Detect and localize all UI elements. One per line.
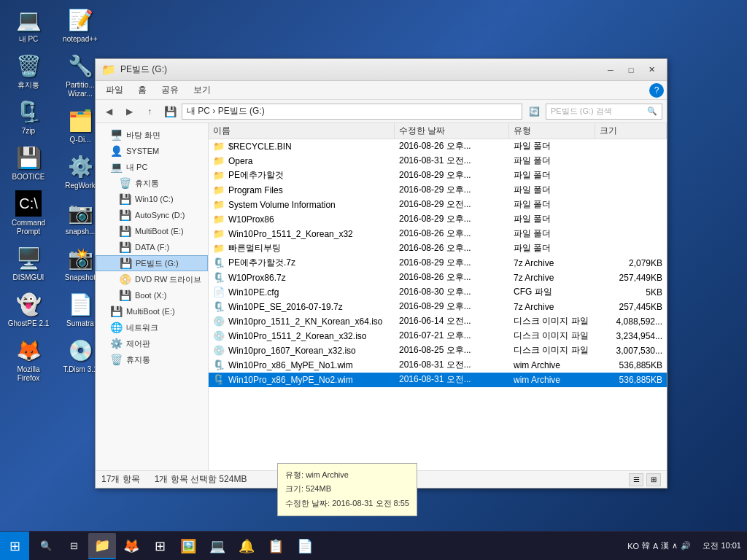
view-details-button[interactable]: ☰: [629, 473, 643, 486]
file-size-cell: 536,885KB: [595, 358, 667, 372]
ime-a: A: [653, 542, 658, 551]
file-row[interactable]: 📄 Win10PE.cfg 2016-08-30 오후... CFG 파일 5K…: [209, 285, 667, 300]
sidebar-recycle2-label: 휴지통: [126, 354, 150, 365]
taskbar-clock[interactable]: 오전 10:01: [697, 540, 747, 551]
file-row[interactable]: 🗜️ PE에추가할것.7z 2016-08-29 오후... 7z Archiv…: [209, 256, 667, 271]
forward-button[interactable]: ▶: [120, 103, 138, 120]
file-name-cell: 📁 $RECYCLE.BIN: [209, 139, 395, 153]
sidebar-desktop-label: 바탕 화면: [126, 130, 160, 141]
sidebar-item-g[interactable]: 💾 PE빌드 (G:): [96, 255, 208, 271]
file-name-cell: 📁 PE에추가할것: [209, 168, 395, 182]
file-name: 빠른멀티부팅: [228, 242, 281, 254]
sidebar-item-system[interactable]: 👤 SYSTEM: [96, 143, 208, 159]
file-row[interactable]: 💿 Win10pro_1607_Korean_x32.iso 2016-08-2…: [209, 343, 667, 358]
recycle-icon: 🗑️: [15, 52, 42, 79]
sidebar-item-desktop[interactable]: 🖥️ 바탕 화면: [96, 127, 208, 143]
file-size-cell: [595, 227, 667, 241]
taskbar: ⊞ 🔍 ⊟ 📁 🦊 ⊞ 🖼️ 💻 🔔 📋 📄 KO 韓 A 漢 ∧ 🔊 오전 1…: [0, 531, 747, 560]
taskbar-explorer[interactable]: 📁: [88, 533, 116, 559]
help-button[interactable]: ?: [649, 83, 664, 98]
sidebar-item-recycle[interactable]: 🗑️ 휴지통: [96, 175, 208, 191]
recycle2-sidebar-icon: 🗑️: [110, 354, 123, 365]
view-controls: ☰ ⊞: [629, 473, 661, 486]
taskbar-item8[interactable]: 📄: [291, 533, 319, 559]
file-date-cell: 2016-08-30 오후...: [395, 285, 509, 299]
e-drive-icon: 💾: [119, 225, 131, 237]
up-button[interactable]: ↑: [141, 103, 158, 120]
explorer-window: 📁 PE빌드 (G:) ─ □ ✕ 파일 홈 공유 보기 ? ◀ ▶ ↑ 💾 내…: [95, 58, 667, 489]
menu-share[interactable]: 공유: [154, 82, 186, 98]
file-row[interactable]: 📁 빠른멀티부팅 2016-08-26 오후... 파일 폴더: [209, 241, 667, 256]
desktop-sidebar-icon: 🖥️: [110, 129, 123, 141]
file-row[interactable]: 🗜️ W10Prox86.7z 2016-08-26 오후... 7z Arch…: [209, 271, 667, 285]
sidebar-item-control[interactable]: ⚙️ 제어판: [96, 335, 208, 351]
menu-home[interactable]: 홈: [131, 82, 154, 98]
file-row[interactable]: 📁 $RECYCLE.BIN 2016-08-26 오후... 파일 폴더: [209, 139, 667, 154]
file-row[interactable]: 📁 Opera 2016-08-31 오전... 파일 폴더: [209, 154, 667, 168]
file-type-cell: 파일 폴더: [509, 227, 595, 241]
desktop-icon-dismgui[interactable]: 🖥️ DISMGUI: [4, 242, 53, 285]
taskbar-item6[interactable]: 🔔: [233, 533, 260, 559]
desktop-icon-bootice[interactable]: 💾 BOOTICE: [4, 141, 53, 184]
desktop-icon-command-prompt[interactable]: C:\ Command Prompt: [4, 187, 53, 239]
file-row[interactable]: 📁 System Volume Information 2016-08-29 오…: [209, 198, 667, 212]
maximize-button[interactable]: □: [622, 63, 640, 77]
file-date-cell: 2016-08-29 오전...: [395, 198, 509, 211]
file-name-cell: 🗜️ Win10Pro_x86_MyPE_No1.wim: [209, 358, 395, 372]
refresh-button[interactable]: 🔄: [525, 103, 543, 120]
file-type-icon: 📁: [213, 170, 225, 181]
file-name: Win10Pro_1511_2_Korean_x32: [228, 229, 353, 239]
sidebar-item-recycle2[interactable]: 🗑️ 휴지통: [96, 351, 208, 368]
file-row[interactable]: 📁 W10Prox86 2016-08-29 오후... 파일 폴더: [209, 212, 667, 227]
file-row[interactable]: 🗜️ Win10PE_SE_2016-07-19.7z 2016-08-29 오…: [209, 300, 667, 314]
file-row[interactable]: 📁 PE에추가할것 2016-08-29 오후... 파일 폴더: [209, 168, 667, 183]
start-button[interactable]: ⊞: [0, 532, 29, 561]
sidebar-item-multiboot[interactable]: 💾 MultiBoot (E:): [96, 303, 208, 319]
file-row[interactable]: 🗜️ Win10Pro_x86_MyPE_No2.wim 2016-08-31 …: [209, 373, 667, 387]
sidebar-item-e[interactable]: 💾 MultiBoot (E:): [96, 223, 208, 239]
desktop-icon-recycle[interactable]: 🗑️ 휴지통: [4, 50, 53, 93]
desktop-icon-my-pc[interactable]: 💻 내 PC: [4, 4, 53, 47]
tray-icon-up[interactable]: ∧: [672, 541, 678, 551]
sidebar-item-f[interactable]: 💾 DATA (F:): [96, 239, 208, 255]
back-button[interactable]: ◀: [100, 103, 117, 120]
column-header-name[interactable]: 이름: [209, 123, 395, 139]
sidebar-item-x[interactable]: 💾 Boot (X:): [96, 287, 208, 303]
desktop-icon-firefox[interactable]: 🦊 Mozilla Firefox: [4, 334, 53, 386]
taskbar-item5[interactable]: 💻: [204, 533, 231, 559]
view-tiles-button[interactable]: ⊞: [646, 473, 661, 486]
menu-file[interactable]: 파일: [98, 82, 131, 98]
regwork-icon: ⚙️: [67, 153, 93, 179]
command-prompt-icon: C:\: [15, 190, 42, 217]
taskbar-task-view[interactable]: ⊟: [61, 533, 87, 559]
file-row[interactable]: 🗜️ Win10Pro_x86_MyPE_No1.wim 2016-08-31 …: [209, 358, 667, 373]
address-path-input[interactable]: 내 PC › PE빌드 (G:): [182, 104, 522, 120]
desktop-icon-7zip[interactable]: 🗜️ 7zip: [4, 96, 53, 139]
file-row[interactable]: 💿 Win10Pro_1511_2_Korean_x32.iso 2016-07…: [209, 329, 667, 343]
file-row[interactable]: 💿 Win10pro_1511_2_KN_Korean_x64.iso 2016…: [209, 314, 667, 329]
file-row[interactable]: 📁 Win10Pro_1511_2_Korean_x32 2016-08-26 …: [209, 227, 667, 241]
file-date-cell: 2016-08-26 오후...: [395, 227, 509, 241]
column-header-type[interactable]: 유형: [509, 123, 595, 139]
file-row[interactable]: 📁 Program Files 2016-08-29 오후... 파일 폴더: [209, 183, 667, 198]
sidebar-item-dvd[interactable]: 📀 DVD RW 드라이브: [96, 271, 208, 287]
search-box[interactable]: PE빌드 (G:) 검색 🔍: [546, 104, 662, 120]
g-drive-icon: 💾: [120, 257, 132, 269]
sidebar-item-network[interactable]: 🌐 네트워크: [96, 319, 208, 335]
column-header-size[interactable]: 크기: [595, 123, 667, 139]
desktop-icon-ghostpe[interactable]: 👻 GhostPE 2.1: [4, 288, 53, 331]
file-type-cell: 7z Archive: [509, 256, 595, 270]
taskbar-item4[interactable]: 🖼️: [174, 533, 202, 559]
taskbar-search[interactable]: 🔍: [33, 533, 59, 559]
desktop-icon-notepadpp[interactable]: 📝 notepad++: [55, 4, 105, 47]
menu-view[interactable]: 보기: [186, 82, 218, 98]
taskbar-item7[interactable]: 📋: [262, 533, 290, 559]
sidebar-item-d[interactable]: 💾 AutoSync (D:): [96, 207, 208, 223]
taskbar-item3[interactable]: ⊞: [147, 533, 173, 559]
column-header-date[interactable]: 수정한 날짜: [395, 123, 509, 139]
minimize-button[interactable]: ─: [601, 63, 620, 77]
sidebar-item-c[interactable]: 💾 Win10 (C:): [96, 191, 208, 207]
taskbar-firefox[interactable]: 🦊: [117, 533, 145, 559]
close-button[interactable]: ✕: [642, 63, 661, 77]
sidebar-item-mypc[interactable]: 💻 내 PC: [96, 159, 208, 175]
